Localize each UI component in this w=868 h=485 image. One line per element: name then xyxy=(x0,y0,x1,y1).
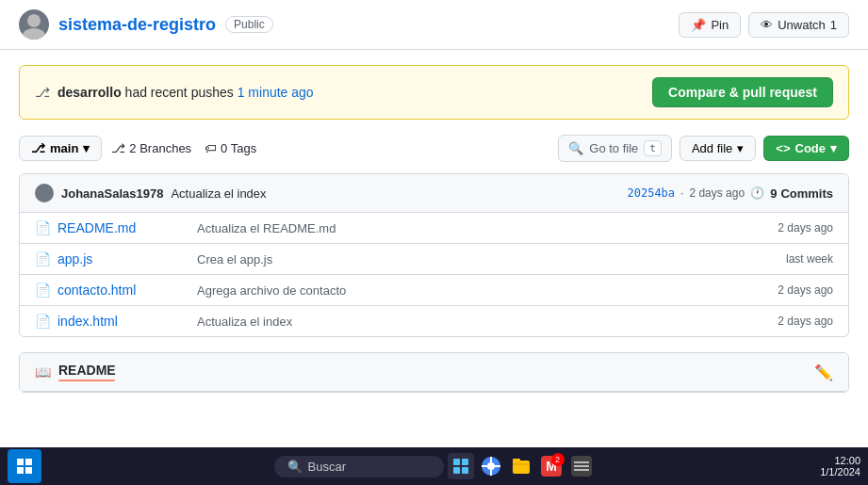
file-time: 2 days ago xyxy=(758,283,833,297)
branch-bar-left: ⎇ main ▾ ⎇ 2 Branches 🏷 0 Tags xyxy=(19,136,256,161)
search-shortcut: t xyxy=(644,140,662,156)
svg-point-0 xyxy=(27,14,41,27)
search-placeholder: Go to file xyxy=(589,141,638,155)
file-time: 2 days ago xyxy=(758,221,833,234)
table-row: 📄 index.html Actualiza el index 2 days a… xyxy=(20,306,848,336)
file-commit-msg: Actualiza el README.md xyxy=(197,221,750,235)
push-branch-name[interactable]: desarrollo xyxy=(57,85,122,100)
branches-tags: ⎇ 2 Branches 🏷 0 Tags xyxy=(111,141,256,155)
tag-icon: 🏷 xyxy=(205,141,217,155)
chevron-down-icon-3: ▾ xyxy=(830,141,837,155)
commit-header: JohanaSalas1978 Actualiza el index 20254… xyxy=(20,174,848,213)
commit-time: 2 days ago xyxy=(689,186,745,200)
file-table: JohanaSalas1978 Actualiza el index 20254… xyxy=(19,173,849,337)
branch-icon: ⎇ xyxy=(35,85,50,100)
chevron-down-icon: ▾ xyxy=(83,141,90,155)
branch-selector[interactable]: ⎇ main ▾ xyxy=(19,136,102,161)
clock-icon: 🕐 xyxy=(750,186,764,200)
file-icon: 📄 xyxy=(35,220,50,235)
readme-header: 📖 README ✏️ xyxy=(20,353,848,392)
search-icon: 🔍 xyxy=(568,141,583,155)
table-row: 📄 contacto.html Agrega archivo de contac… xyxy=(20,275,848,306)
commits-link[interactable]: 9 Commits xyxy=(770,186,833,201)
branches-fork-icon: ⎇ xyxy=(111,141,125,155)
table-row: 📄 app.js Crea el app.js last week xyxy=(20,244,848,275)
push-time[interactable]: 1 minute ago xyxy=(237,85,314,100)
commit-user[interactable]: JohanaSalas1978 xyxy=(61,186,163,201)
readme-header-left: 📖 README xyxy=(35,363,116,381)
branch-bar-right: 🔍 Go to file t Add file ▾ <> Code ▾ xyxy=(558,135,849,162)
code-button[interactable]: <> Code ▾ xyxy=(763,136,849,161)
book-icon: 📖 xyxy=(35,364,51,380)
file-commit-msg: Agrega archivo de contacto xyxy=(197,283,750,298)
code-icon: <> xyxy=(776,141,790,155)
pin-button[interactable]: 📌 Pin xyxy=(679,12,741,38)
file-name[interactable]: README.md xyxy=(57,220,189,235)
commit-hash[interactable]: 20254ba xyxy=(628,186,676,200)
main-content: ⎇ desarrollo had recent pushes 1 minute … xyxy=(0,50,868,408)
readme-section: 📖 README ✏️ xyxy=(19,352,849,393)
top-bar: sistema-de-registro Public 📌 Pin 👁 Unwat… xyxy=(0,0,868,50)
file-icon: 📄 xyxy=(35,283,50,298)
file-name[interactable]: contacto.html xyxy=(57,283,189,298)
table-row: 📄 README.md Actualiza el README.md 2 day… xyxy=(20,213,848,244)
go-to-file-search[interactable]: 🔍 Go to file t xyxy=(558,135,672,162)
file-commit-msg: Actualiza el index xyxy=(197,315,750,329)
readme-title: README xyxy=(58,363,116,378)
unwatch-button[interactable]: 👁 Unwatch 1 xyxy=(748,12,849,38)
svg-point-1 xyxy=(23,28,45,40)
unwatch-count: 1 xyxy=(830,18,837,32)
pin-icon: 📌 xyxy=(691,18,706,32)
file-icon: 📄 xyxy=(35,314,50,329)
chevron-down-icon-2: ▾ xyxy=(737,141,744,155)
commit-separator: · xyxy=(680,186,683,200)
top-bar-left: sistema-de-registro Public xyxy=(19,9,273,40)
branch-bar: ⎇ main ▾ ⎇ 2 Branches 🏷 0 Tags 🔍 Go to f… xyxy=(19,135,849,162)
push-banner-text: desarrollo had recent pushes 1 minute ag… xyxy=(57,85,314,100)
push-banner: ⎇ desarrollo had recent pushes 1 minute … xyxy=(19,65,849,120)
branch-name: main xyxy=(50,141,78,155)
push-banner-left: ⎇ desarrollo had recent pushes 1 minute … xyxy=(35,85,314,100)
avatar xyxy=(19,9,49,40)
commit-avatar xyxy=(35,184,54,202)
branch-icon-2: ⎇ xyxy=(31,141,45,155)
file-commit-msg: Crea el app.js xyxy=(197,252,750,267)
file-time: last week xyxy=(758,252,833,266)
commit-header-right: 20254ba · 2 days ago 🕐 9 Commits xyxy=(628,186,834,201)
readme-underline xyxy=(58,380,115,381)
tags-link[interactable]: 🏷 0 Tags xyxy=(205,141,256,155)
edit-icon[interactable]: ✏️ xyxy=(814,364,833,381)
compare-pull-request-button[interactable]: Compare & pull request xyxy=(652,77,833,107)
file-name[interactable]: index.html xyxy=(57,314,189,329)
branches-link[interactable]: ⎇ 2 Branches xyxy=(111,141,191,155)
top-bar-right: 📌 Pin 👁 Unwatch 1 xyxy=(679,12,849,38)
commit-header-left: JohanaSalas1978 Actualiza el index xyxy=(35,184,267,202)
eye-icon: 👁 xyxy=(761,18,773,32)
add-file-button[interactable]: Add file ▾ xyxy=(680,136,756,161)
file-name[interactable]: app.js xyxy=(57,251,189,267)
commits-label: Commits xyxy=(780,186,833,201)
commits-count: 9 xyxy=(770,186,777,201)
commit-message: Actualiza el index xyxy=(171,186,266,201)
file-time: 2 days ago xyxy=(758,315,833,328)
repo-name[interactable]: sistema-de-registro xyxy=(58,15,216,35)
public-badge: Public xyxy=(225,16,273,33)
file-icon: 📄 xyxy=(35,251,50,267)
